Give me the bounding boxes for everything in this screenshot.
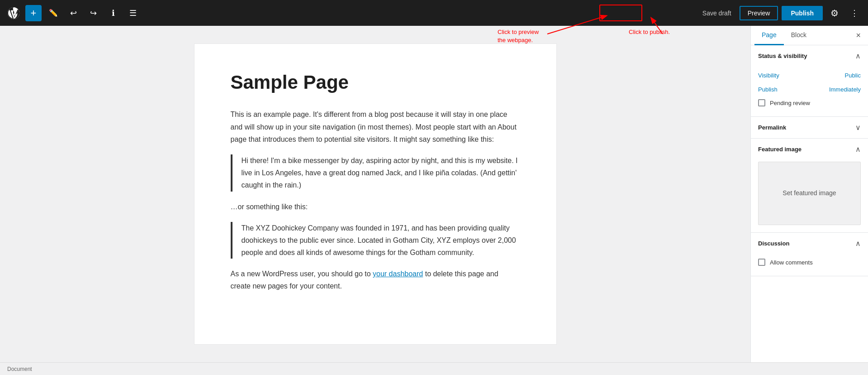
pending-review-label: Pending review bbox=[770, 100, 810, 106]
redo-button[interactable]: ↪ bbox=[85, 5, 101, 21]
status-visibility-toggle-icon: ∧ bbox=[855, 52, 861, 60]
set-featured-image-button[interactable]: Set featured image bbox=[783, 189, 836, 198]
featured-image-body: Set featured image bbox=[751, 160, 868, 232]
page-title: Sample Page bbox=[231, 71, 520, 94]
save-draft-button[interactable]: Save draft bbox=[698, 7, 736, 19]
permalink-toggle-icon: ∨ bbox=[855, 123, 861, 132]
discussion-header[interactable]: Discussion ∧ bbox=[751, 233, 868, 254]
toolbar-right: Save draft Preview Publish ⚙ ⋮ bbox=[698, 5, 863, 21]
tab-page[interactable]: Page bbox=[754, 26, 784, 45]
visibility-label: Visibility bbox=[758, 72, 779, 79]
permalink-header[interactable]: Permalink ∨ bbox=[751, 117, 868, 138]
details-button[interactable]: ℹ bbox=[105, 5, 121, 21]
paragraph-1: This is an example page. It's different … bbox=[231, 108, 520, 145]
panel-tabs: Page Block × bbox=[751, 26, 868, 45]
status-visibility-header[interactable]: Status & visibility ∧ bbox=[751, 45, 868, 67]
featured-image-toggle-icon: ∧ bbox=[855, 145, 861, 154]
wp-logo[interactable] bbox=[5, 5, 22, 21]
featured-image-header[interactable]: Featured image ∧ bbox=[751, 139, 868, 160]
toolbar: + ✏️ ↩ ↪ ℹ ☰ Save draft Preview Publish … bbox=[0, 0, 868, 26]
editor-area: Sample Page This is an example page. It'… bbox=[0, 26, 750, 362]
allow-comments-checkbox[interactable] bbox=[758, 259, 765, 266]
allow-comments-label: Allow comments bbox=[770, 259, 813, 266]
featured-image-placeholder[interactable]: Set featured image bbox=[758, 162, 861, 225]
list-view-button[interactable]: ☰ bbox=[125, 5, 141, 21]
status-bar: Document bbox=[0, 362, 868, 375]
paragraph-2: …or something like this: bbox=[231, 201, 520, 213]
tab-block[interactable]: Block bbox=[784, 26, 814, 45]
allow-comments-row: Allow comments bbox=[758, 256, 861, 269]
status-visibility-body: Visibility Public Publish Immediately Pe… bbox=[751, 67, 868, 116]
more-options-button[interactable]: ⋮ bbox=[846, 5, 863, 21]
discussion-section: Discussion ∧ Allow comments bbox=[751, 233, 868, 276]
editor-content[interactable]: Sample Page This is an example page. It'… bbox=[194, 44, 556, 344]
blockquote-1: Hi there! I'm a bike messenger by day, a… bbox=[231, 154, 520, 192]
publish-row: Publish Immediately bbox=[758, 82, 861, 96]
featured-image-section: Featured image ∧ Set featured image bbox=[751, 139, 868, 233]
preview-button[interactable]: Preview bbox=[740, 6, 778, 20]
add-block-button[interactable]: + bbox=[25, 5, 42, 21]
publish-value[interactable]: Immediately bbox=[829, 86, 861, 93]
settings-button[interactable]: ⚙ bbox=[826, 5, 843, 21]
page-body: This is an example page. It's different … bbox=[231, 108, 520, 292]
dashboard-link[interactable]: your dashboard bbox=[373, 270, 423, 278]
status-bar-label: Document bbox=[7, 366, 32, 372]
discussion-body: Allow comments bbox=[751, 254, 868, 276]
paragraph-3: As a new WordPress user, you should go t… bbox=[231, 268, 520, 292]
publish-button[interactable]: Publish bbox=[782, 6, 823, 20]
permalink-title: Permalink bbox=[758, 124, 786, 131]
publish-label: Publish bbox=[758, 86, 778, 93]
right-panel: Page Block × Status & visibility ∧ Visib… bbox=[750, 26, 868, 362]
discussion-toggle-icon: ∧ bbox=[855, 239, 861, 248]
discussion-title: Discussion bbox=[758, 240, 789, 247]
edit-icon-button[interactable]: ✏️ bbox=[45, 5, 62, 21]
featured-image-title: Featured image bbox=[758, 146, 802, 153]
pending-review-row: Pending review bbox=[758, 96, 861, 109]
permalink-section: Permalink ∨ bbox=[751, 117, 868, 139]
main-area: Sample Page This is an example page. It'… bbox=[0, 26, 868, 362]
visibility-row: Visibility Public bbox=[758, 68, 861, 82]
pending-review-checkbox[interactable] bbox=[758, 99, 765, 106]
status-visibility-section: Status & visibility ∧ Visibility Public … bbox=[751, 45, 868, 117]
visibility-value[interactable]: Public bbox=[845, 72, 861, 79]
panel-close-button[interactable]: × bbox=[852, 29, 864, 41]
status-visibility-title: Status & visibility bbox=[758, 53, 807, 59]
blockquote-2: The XYZ Doohickey Company was founded in… bbox=[231, 222, 520, 259]
undo-button[interactable]: ↩ bbox=[65, 5, 81, 21]
